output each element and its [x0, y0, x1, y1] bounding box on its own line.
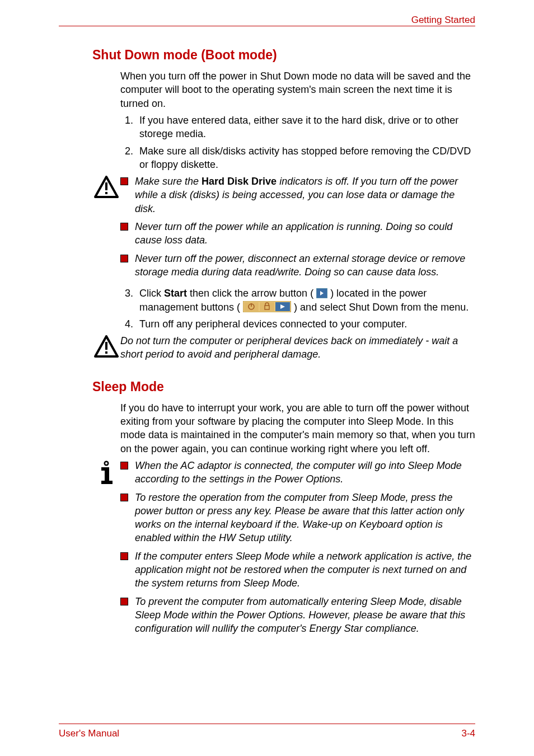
step-3: Click Start then click the arrow button …: [136, 287, 475, 314]
info-item-4: To prevent the computer from automatical…: [120, 595, 475, 636]
s3-mid1: then click the arrow button (: [187, 288, 316, 299]
info-icon: [92, 459, 120, 485]
s3-post: ) and select Shut Down from the menu.: [291, 302, 469, 313]
svg-rect-2: [105, 192, 107, 194]
warning-1-item-2: Never turn off the power while an applic…: [120, 220, 475, 247]
shutdown-steps-b-block: Click Start then click the arrow button …: [120, 287, 475, 331]
header-rule: Getting Started: [59, 26, 475, 26]
svg-point-17: [105, 462, 107, 464]
s3-pre: Click: [139, 288, 164, 299]
svg-rect-20: [101, 481, 113, 484]
warning-1-body: Make sure the Hard Disk Drive indicators…: [120, 175, 475, 283]
svg-rect-1: [105, 182, 107, 190]
power-management-buttons-icon: [243, 301, 291, 312]
s3-strong: Start: [164, 288, 187, 299]
warning-icon: [92, 175, 120, 198]
info-item-1: When the AC adaptor is connected, the co…: [120, 459, 475, 486]
step-2: Make sure all disk/disks activity has st…: [136, 144, 475, 172]
info-item-2: To restore the operation from the comput…: [120, 491, 475, 545]
svg-rect-19: [105, 467, 109, 481]
heading-sleep: Sleep Mode: [92, 378, 475, 396]
info-callout: When the AC adaptor is connected, the co…: [59, 459, 475, 640]
warning-1-item-1: Make sure the Hard Disk Drive indicators…: [120, 175, 475, 215]
w1-i1-strong: Hard Disk Drive: [202, 176, 277, 187]
warning-2-body: Do not turn the computer or peripheral d…: [120, 334, 475, 361]
shutdown-intro: When you turn off the power in Shut Down…: [120, 69, 475, 110]
sleep-intro: If you do have to interrupt your work, y…: [120, 401, 475, 456]
info-item-3: If the computer enters Sleep Mode while …: [120, 550, 475, 590]
w1-i1-pre: Make sure the: [135, 176, 202, 187]
step-4: Turn off any peripheral devices connecte…: [136, 317, 475, 331]
content-area: Shut Down mode (Boot mode) When you turn…: [59, 46, 475, 640]
arrow-button-icon: [316, 288, 327, 298]
shutdown-steps-a: If you have entered data, either save it…: [120, 114, 475, 171]
warning-callout-1: Make sure the Hard Disk Drive indicators…: [59, 175, 475, 283]
footer-rule: User's Manual 3-4: [59, 724, 475, 740]
sleep-intro-block: If you do have to interrupt your work, y…: [120, 401, 475, 456]
shutdown-steps-b: Click Start then click the arrow button …: [120, 287, 475, 331]
header-section-name: Getting Started: [411, 14, 475, 27]
page: Getting Started Shut Down mode (Boot mod…: [0, 0, 534, 756]
warning-1-item-3: Never turn off the power, disconnect an …: [120, 252, 475, 279]
info-body: When the AC adaptor is connected, the co…: [120, 459, 475, 640]
svg-rect-14: [105, 342, 107, 350]
svg-rect-15: [105, 351, 107, 354]
footer: User's Manual 3-4: [59, 724, 475, 740]
warning-icon-2: [92, 334, 120, 358]
step-1: If you have entered data, either save it…: [136, 114, 475, 141]
footer-right: 3-4: [461, 727, 475, 740]
warning-callout-2: Do not turn the computer or peripheral d…: [59, 334, 475, 361]
shutdown-intro-block: When you turn off the power in Shut Down…: [120, 69, 475, 171]
footer-left: User's Manual: [59, 727, 119, 740]
heading-shutdown: Shut Down mode (Boot mode): [92, 46, 475, 64]
